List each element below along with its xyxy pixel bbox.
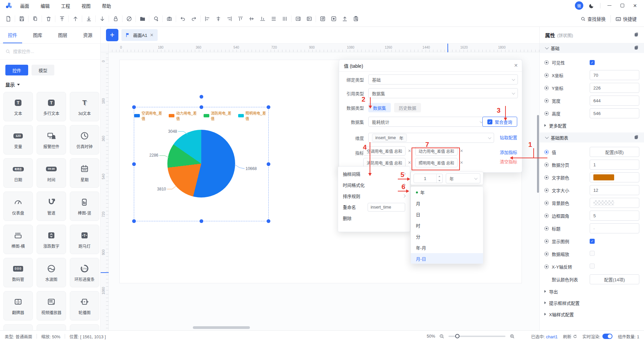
target-icon[interactable] bbox=[544, 60, 549, 65]
widget-水波图[interactable]: 水波图 bbox=[37, 258, 66, 287]
widget-文本[interactable]: T文本 bbox=[3, 92, 33, 121]
target-icon[interactable] bbox=[544, 188, 549, 192]
refresh-button[interactable]: 刷新 bbox=[563, 333, 577, 340]
resize-handle-ne[interactable] bbox=[267, 105, 270, 109]
sidebar-tab-资源[interactable]: 资源 bbox=[75, 27, 100, 43]
menu-item-视图[interactable]: 视图 bbox=[82, 2, 91, 9]
remove-metric-icon[interactable]: ✕ bbox=[408, 160, 411, 165]
checkbox-unchecked[interactable] bbox=[590, 251, 595, 256]
unit-option-时[interactable]: 时 bbox=[411, 220, 483, 231]
rotate-handle[interactable] bbox=[200, 95, 203, 99]
zoom-slider-thumb[interactable] bbox=[455, 334, 460, 338]
clipboard-search-icon[interactable] bbox=[350, 14, 361, 24]
maximize-button[interactable] bbox=[619, 2, 626, 9]
collapse-导出[interactable]: 导出 bbox=[544, 286, 639, 297]
context-item-删除[interactable]: 删除 bbox=[338, 213, 410, 224]
save-icon[interactable] bbox=[16, 14, 27, 24]
checkbox-unchecked[interactable] bbox=[590, 264, 595, 269]
rename-input[interactable]: insert_time bbox=[368, 203, 405, 212]
context-item-抽样间隔[interactable]: 抽样间隔 bbox=[338, 168, 410, 179]
copy-config-icon[interactable] bbox=[634, 32, 639, 38]
interval-spinner[interactable]: 1 bbox=[414, 174, 443, 183]
delete-icon[interactable] bbox=[43, 14, 54, 24]
widget-环形进度条[interactable]: 27%环形进度条 bbox=[70, 258, 99, 287]
ref-type-select[interactable]: 数据集 bbox=[368, 88, 518, 98]
target-icon[interactable] bbox=[544, 73, 549, 77]
move-up-icon[interactable] bbox=[70, 14, 81, 24]
bind-type-select[interactable]: 基础 bbox=[368, 74, 518, 84]
target-icon[interactable] bbox=[544, 265, 549, 269]
context-item-排序规则[interactable]: 排序规则 bbox=[338, 190, 410, 202]
section-基础图表[interactable]: 基础图表 bbox=[540, 132, 644, 142]
metric-chip-照明用电_差值[interactable]: 照明用电_差值总和 bbox=[415, 158, 458, 167]
unit-select[interactable]: 年 bbox=[446, 173, 480, 183]
align-left-icon[interactable] bbox=[202, 14, 213, 24]
color-picker[interactable] bbox=[590, 172, 639, 182]
widget-涨跌数字[interactable]: 涨跌数字 bbox=[37, 225, 66, 254]
target-icon[interactable] bbox=[544, 163, 549, 167]
horizontal-scrollbar[interactable] bbox=[193, 326, 250, 329]
prop-input[interactable]: 546 bbox=[590, 108, 639, 118]
prop-input[interactable]: 644 bbox=[590, 96, 639, 106]
remove-metric-icon[interactable]: ✕ bbox=[460, 160, 463, 165]
widget-视频播放器[interactable]: 视频播放器 bbox=[37, 291, 66, 321]
distribute-vertical-icon[interactable] bbox=[268, 14, 279, 24]
dimension-chip[interactable]: insert_time 年 bbox=[372, 134, 407, 142]
prop-input[interactable]: 1 bbox=[590, 160, 639, 170]
menu-item-工程[interactable]: 工程 bbox=[61, 2, 70, 9]
metric-chip-空调用电_差值[interactable]: 空调用电_差值总和 bbox=[363, 146, 406, 156]
close-button[interactable]: ✕ bbox=[631, 2, 639, 9]
zoom-in-icon[interactable] bbox=[509, 334, 515, 339]
avatar[interactable]: 微 bbox=[575, 1, 583, 10]
mode-tab-模型[interactable]: 模型 bbox=[32, 65, 54, 75]
radio-active-icon[interactable] bbox=[544, 150, 549, 154]
export-up-icon[interactable] bbox=[339, 14, 350, 24]
resize-handle-n[interactable] bbox=[200, 105, 203, 109]
find-replace-button[interactable]: 查找替换 bbox=[581, 15, 606, 22]
align-right-icon[interactable] bbox=[224, 14, 235, 24]
target-icon[interactable] bbox=[544, 239, 549, 243]
unit-option-日[interactable]: 日 bbox=[411, 209, 483, 220]
metric-chip-消防用电_差值[interactable]: 消防用电_差值总和 bbox=[363, 158, 406, 167]
target-icon[interactable] bbox=[544, 99, 549, 103]
dark-mode-icon[interactable] bbox=[589, 3, 595, 9]
widget-变量[interactable]: 123变量 bbox=[3, 125, 33, 155]
pie-chart[interactable] bbox=[167, 130, 235, 197]
section-display[interactable]: 显示 bbox=[0, 75, 100, 90]
resize-handle-nw[interactable] bbox=[132, 105, 136, 109]
widget-card-partial[interactable] bbox=[37, 324, 66, 330]
remove-metric-icon[interactable]: ✕ bbox=[460, 149, 463, 153]
checkbox-checked[interactable]: ✓ bbox=[590, 239, 595, 244]
target-icon[interactable] bbox=[544, 201, 549, 205]
legend-item[interactable]: 消防用电_差值 bbox=[204, 110, 234, 121]
align-bottom-icon[interactable] bbox=[257, 14, 268, 24]
widget-仪表盘[interactable]: 仪表盘 bbox=[3, 191, 33, 221]
data-type-history-button[interactable]: 历史数据 bbox=[394, 103, 421, 112]
zoom-out-icon[interactable] bbox=[439, 334, 444, 339]
spinner-down-icon[interactable] bbox=[437, 178, 442, 183]
widget-数码管[interactable]: 000数码管 bbox=[3, 258, 33, 287]
drill-config-link[interactable]: 钻取配置 bbox=[500, 134, 517, 140]
eye-off-icon[interactable] bbox=[123, 14, 135, 24]
widget-仿真时钟[interactable]: 仿真时钟 bbox=[70, 125, 99, 155]
realtime-render-toggle[interactable] bbox=[602, 334, 612, 339]
unit-option-年[interactable]: 年 bbox=[411, 187, 483, 198]
section-基础[interactable]: 基础 bbox=[540, 43, 644, 53]
metric-chip-动力用电_差值[interactable]: 动力用电_差值总和 bbox=[415, 146, 458, 156]
legend-item[interactable]: 动力用电_差值 bbox=[169, 110, 199, 121]
unit-option-分[interactable]: 分 bbox=[411, 231, 483, 242]
move-bottom-icon[interactable] bbox=[83, 14, 94, 24]
dataset-select[interactable]: 能耗统计 bbox=[368, 117, 486, 127]
new-file-icon[interactable] bbox=[3, 14, 14, 24]
legend-item[interactable]: 照明用电_差值 bbox=[238, 110, 268, 121]
camera-icon[interactable] bbox=[164, 14, 175, 24]
record-box-icon[interactable] bbox=[328, 14, 339, 24]
folder-icon[interactable] bbox=[137, 14, 148, 24]
color-picker[interactable] bbox=[590, 198, 639, 208]
copy-icon[interactable] bbox=[30, 14, 41, 24]
target-icon[interactable] bbox=[544, 252, 549, 256]
unit-option-月-日[interactable]: 月-日 bbox=[411, 253, 483, 264]
target-icon[interactable] bbox=[544, 226, 549, 231]
widget-管道[interactable]: 管道 bbox=[37, 191, 66, 221]
resize-handle-e[interactable] bbox=[267, 162, 270, 166]
